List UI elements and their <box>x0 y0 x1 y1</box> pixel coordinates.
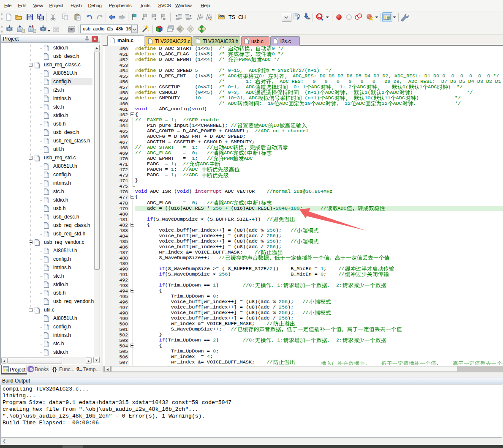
svg-text:LOAD: LOAD <box>68 25 75 28</box>
svg-text:?: ? <box>31 367 33 371</box>
